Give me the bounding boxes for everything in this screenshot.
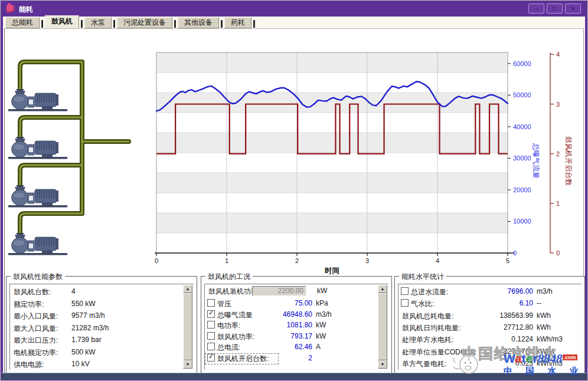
condition-value: 1081.80 — [270, 321, 312, 329]
parameter-label: 供电电源: — [14, 360, 44, 370]
parameter-value: 4 — [71, 287, 76, 295]
blower-unit-2 — [8, 137, 67, 159]
parameter-label: 额定功率: — [14, 300, 44, 310]
y1-tick-label: 60000 — [513, 60, 531, 67]
condition-row: 总电流:62.46A — [205, 343, 377, 353]
stat-value: 0.023 — [481, 359, 533, 367]
scrollbar-thumb[interactable] — [183, 293, 192, 360]
tab-1[interactable]: 总能耗 — [5, 17, 40, 28]
scrollbar-thumb[interactable] — [378, 293, 387, 360]
pipe — [20, 117, 82, 139]
vertical-scrollbar[interactable]: ▲▼ — [378, 285, 387, 369]
blower-unit-4 — [8, 233, 67, 255]
condition-label: 鼓风机开启台数: — [217, 354, 269, 364]
stat-unit: kWh/m3 — [537, 335, 563, 343]
y1-tick-label: 0 — [513, 249, 517, 257]
tab-separator — [113, 20, 115, 28]
stat-value: 227.5761 — [481, 347, 533, 356]
checkbox-icon[interactable] — [207, 343, 215, 350]
client-area: 总能耗鼓风机水泵污泥处置设备其他设备药耗 012345时间01000020000… — [3, 17, 585, 373]
parameter-row: 最大入口风量:21282 m3/h — [10, 324, 182, 334]
condition-unit: kW — [316, 321, 326, 329]
y1-tick-label: 30000 — [513, 155, 531, 162]
scroll-down-button[interactable]: ▼ — [378, 360, 387, 369]
installed-power-row: 鼓风机装机功率2200.00kW — [205, 287, 377, 297]
stat-unit: kWh/t — [537, 347, 555, 356]
chart-band — [156, 153, 508, 173]
parameter-row: 最大出口压力:1.739 bar — [10, 336, 182, 346]
stat-unit: kWh — [537, 311, 551, 320]
chart-band — [156, 233, 508, 253]
chart-band — [156, 173, 508, 193]
tab-separator — [253, 20, 255, 28]
app-icon — [6, 5, 15, 12]
checkbox-icon[interactable] — [401, 299, 409, 307]
stat-label: 处理单方水电耗: — [402, 335, 453, 345]
condition-label: 总电流: — [217, 343, 240, 353]
parameter-value: 21282 m3/h — [71, 324, 109, 332]
x-tick-label: 2 — [295, 257, 299, 264]
checkbox-icon[interactable] — [207, 321, 215, 329]
scroll-down-button[interactable]: ▼ — [183, 360, 192, 369]
stat-label: 单方气量电耗: — [402, 359, 446, 369]
stat-row: 处理单方水电耗:0.1224kWh/m3 — [398, 335, 579, 345]
stat-row: 总进水流量:7696.00m3/h — [398, 287, 579, 297]
y1-axis-title: 总曝气流量 — [532, 143, 540, 179]
condition-unit: m3/h — [316, 310, 332, 318]
tab-3[interactable]: 水泵 — [84, 17, 112, 28]
parameter-value: 550 kW — [71, 300, 96, 308]
condition-row: ✓总曝气流量46948.60m3/h — [205, 310, 377, 320]
tab-6[interactable]: 药耗 — [224, 17, 251, 28]
checkbox-checked-icon[interactable]: ✓ — [207, 354, 215, 362]
stat-row: 单方气量电耗:0.023kWh/m3 — [398, 359, 579, 369]
tab-separator — [174, 20, 176, 28]
checkbox-icon[interactable] — [207, 332, 215, 340]
chart-band — [156, 113, 508, 133]
stat-unit: kWh — [537, 323, 551, 331]
close-button[interactable]: × — [565, 4, 581, 14]
y2-tick-label: 3 — [556, 101, 560, 108]
scroll-up-button[interactable]: ▲ — [378, 285, 387, 293]
close-icon: × — [571, 5, 575, 12]
stat-row: 鼓风机总耗电量:138563.99kWh — [398, 311, 579, 321]
condition-label: 鼓风机功率: — [217, 332, 254, 342]
check-mark-icon: ✓ — [208, 353, 214, 360]
condition-label: 管压 — [217, 299, 231, 309]
pipe — [20, 165, 82, 188]
condition-row: 鼓风机功率:793.17kW — [205, 332, 377, 342]
parameter-row: 额定功率:550 kW — [10, 300, 182, 310]
installed-power-label: 鼓风机装机功率 — [208, 287, 258, 297]
y2-axis-title: 鼓风机开启台数 — [564, 136, 573, 186]
condition-label: 电功率: — [217, 321, 240, 331]
installed-power-input[interactable]: 2200.00 — [252, 286, 306, 296]
stat-value: 6.10 — [481, 299, 533, 307]
minimize-icon: – — [535, 5, 538, 12]
x-tick-label: 1 — [225, 257, 228, 264]
pipe — [20, 62, 82, 91]
chart-band — [156, 73, 508, 93]
checkbox-icon[interactable] — [401, 287, 409, 295]
scroll-up-button[interactable]: ▲ — [183, 285, 192, 293]
parameter-value: 10 kV — [71, 360, 90, 368]
tab-2[interactable]: 鼓风机 — [45, 15, 79, 28]
x-tick-label: 0 — [155, 257, 158, 264]
checkbox-checked-icon[interactable]: ✓ — [207, 310, 215, 318]
panel-blower-parameters: 鼓风机性能参数 鼓风机台数:4额定功率:550 kW最小入口风量:9577 m3… — [6, 276, 197, 373]
installed-power-unit: kW — [317, 287, 327, 295]
chart-band — [156, 213, 508, 233]
checkbox-icon[interactable] — [207, 299, 215, 307]
title-bar: 能耗 –□× — [1, 1, 587, 17]
chart-band — [156, 133, 508, 153]
minimize-button[interactable]: – — [528, 4, 544, 14]
panel-blower-conditions: 鼓风机的工况 鼓风机装机功率2200.00kW管压75.00kPa✓总曝气流量4… — [201, 276, 392, 373]
y2-tick-label: 4 — [556, 51, 560, 58]
panel-title: 鼓风机性能参数 — [11, 272, 65, 282]
tab-4[interactable]: 污泥处置设备 — [117, 17, 172, 28]
vertical-scrollbar[interactable]: ▲▼ — [183, 285, 192, 369]
maximize-button[interactable]: □ — [547, 4, 563, 14]
pipe — [20, 214, 82, 235]
x-tick-label: 5 — [506, 257, 509, 264]
tab-5[interactable]: 其他设备 — [178, 17, 219, 28]
chart-band — [156, 93, 508, 113]
x-axis-title: 时间 — [325, 267, 339, 275]
